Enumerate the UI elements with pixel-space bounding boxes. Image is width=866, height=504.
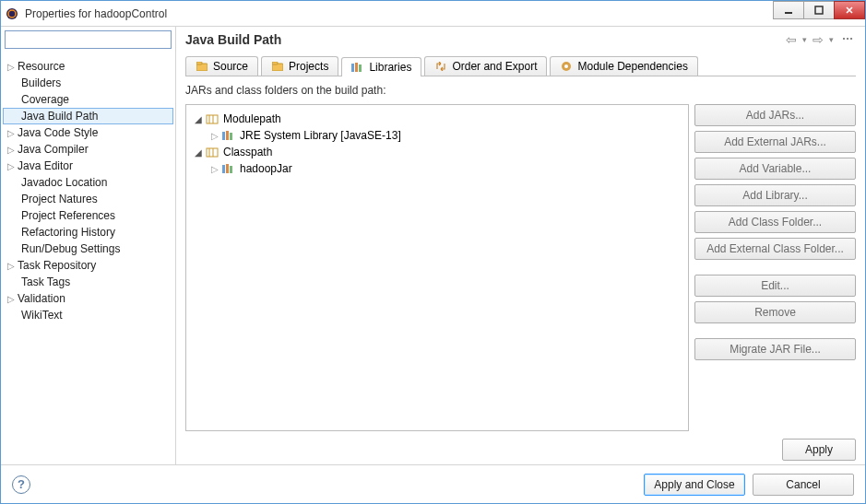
sidebar-item-label: Javadoc Location bbox=[21, 176, 107, 189]
add-jars-button[interactable]: Add JARs... bbox=[694, 104, 856, 126]
sidebar-item-task-tags[interactable]: Task Tags bbox=[3, 274, 173, 290]
sidebar-item-run-debug-settings[interactable]: Run/Debug Settings bbox=[3, 240, 173, 257]
add-class-folder-button[interactable]: Add Class Folder... bbox=[694, 211, 856, 233]
minimize-button[interactable] bbox=[773, 1, 804, 19]
tab-projects[interactable]: Projects bbox=[261, 56, 338, 76]
nav-back-icon[interactable]: ⇦ bbox=[784, 32, 799, 47]
sidebar-item-label: Resource bbox=[18, 60, 65, 73]
sidebar: ▷Resource Builders Coverage Java Build P… bbox=[1, 27, 176, 464]
add-external-class-folder-button[interactable]: Add External Class Folder... bbox=[694, 238, 856, 260]
sidebar-item-refactoring-history[interactable]: Refactoring History bbox=[3, 224, 173, 240]
sidebar-item-label: Task Tags bbox=[21, 275, 70, 288]
sidebar-item-label: Java Build Path bbox=[21, 110, 98, 123]
migrate-jar-button[interactable]: Migrate JAR File... bbox=[694, 338, 856, 360]
sidebar-item-label: Project References bbox=[21, 209, 115, 222]
svg-rect-14 bbox=[222, 132, 225, 140]
tree-node-jre[interactable]: ▷ JRE System Library [JavaSE-13] bbox=[190, 127, 684, 144]
content-pane: Java Build Path ⇦▾ ⇨▾ ⠇ Source Projects … bbox=[176, 27, 865, 464]
add-library-button[interactable]: Add Library... bbox=[694, 184, 856, 206]
help-icon[interactable]: ? bbox=[12, 475, 30, 494]
sidebar-item-javadoc-location[interactable]: Javadoc Location bbox=[3, 174, 173, 191]
sidebar-item-builders[interactable]: Builders bbox=[3, 75, 173, 91]
classpath-icon bbox=[205, 147, 219, 158]
libraries-tree[interactable]: ◢ Modulepath ▷ JRE System Library [JavaS… bbox=[185, 104, 689, 431]
tab-label: Order and Export bbox=[452, 60, 537, 73]
sidebar-item-java-editor[interactable]: ▷Java Editor bbox=[3, 158, 173, 174]
tree-label: JRE System Library [JavaSE-13] bbox=[240, 129, 401, 142]
add-variable-button[interactable]: Add Variable... bbox=[694, 158, 856, 180]
svg-rect-20 bbox=[230, 166, 232, 173]
filter-box bbox=[5, 30, 172, 49]
sidebar-item-project-natures[interactable]: Project Natures bbox=[3, 191, 173, 207]
sidebar-item-label: Validation bbox=[18, 292, 65, 305]
sidebar-item-java-build-path[interactable]: Java Build Path bbox=[3, 108, 173, 124]
sidebar-item-java-code-style[interactable]: ▷Java Code Style bbox=[3, 124, 173, 141]
svg-rect-19 bbox=[226, 164, 229, 173]
svg-rect-17 bbox=[207, 148, 218, 157]
sidebar-item-label: Builders bbox=[21, 76, 61, 89]
filter-input[interactable] bbox=[5, 30, 172, 49]
sidebar-item-label: Project Natures bbox=[21, 193, 98, 205]
libraries-icon bbox=[351, 61, 364, 74]
tab-order-export[interactable]: Order and Export bbox=[424, 56, 547, 76]
tree-label: Modulepath bbox=[223, 112, 281, 125]
dropdown-icon[interactable]: ▾ bbox=[801, 35, 809, 44]
dropdown-icon[interactable]: ▾ bbox=[827, 35, 836, 44]
modulepath-icon bbox=[205, 113, 219, 124]
sidebar-item-label: Run/Debug Settings bbox=[21, 242, 120, 255]
order-export-icon bbox=[434, 60, 447, 73]
window-title: Properties for hadoopControl bbox=[25, 7, 167, 20]
remove-button[interactable]: Remove bbox=[694, 301, 856, 323]
maximize-button[interactable] bbox=[803, 1, 835, 19]
tree-label: hadoopJar bbox=[240, 162, 292, 175]
module-deps-icon bbox=[560, 60, 573, 73]
svg-point-12 bbox=[564, 64, 568, 68]
tab-label: Source bbox=[213, 60, 248, 73]
tab-label: Projects bbox=[289, 60, 328, 73]
add-external-jars-button[interactable]: Add External JARs... bbox=[694, 131, 856, 153]
edit-button[interactable]: Edit... bbox=[694, 275, 856, 297]
sidebar-item-validation[interactable]: ▷Validation bbox=[3, 290, 173, 307]
sidebar-item-coverage[interactable]: Coverage bbox=[3, 91, 173, 108]
tab-row: Source Projects Libraries Order and Expo… bbox=[185, 54, 856, 76]
nav-forward-icon[interactable]: ⇨ bbox=[811, 32, 825, 47]
sidebar-item-label: Java Compiler bbox=[18, 143, 89, 156]
sidebar-item-project-references[interactable]: Project References bbox=[3, 207, 173, 224]
svg-rect-3 bbox=[815, 6, 823, 14]
svg-rect-2 bbox=[785, 12, 792, 14]
sidebar-item-resource[interactable]: ▷Resource bbox=[3, 58, 173, 75]
tree-node-hadoopjar[interactable]: ▷ hadoopJar bbox=[190, 160, 684, 177]
tree-node-modulepath[interactable]: ◢ Modulepath bbox=[190, 111, 684, 127]
cancel-button[interactable]: Cancel bbox=[753, 474, 854, 496]
source-icon bbox=[196, 60, 208, 73]
svg-rect-9 bbox=[355, 63, 358, 72]
library-icon bbox=[221, 130, 236, 141]
titlebar: Properties for hadoopControl bbox=[1, 1, 865, 27]
tab-source[interactable]: Source bbox=[185, 56, 258, 76]
tab-module-dependencies[interactable]: Module Dependencies bbox=[550, 56, 697, 76]
sidebar-item-label: Task Repository bbox=[18, 259, 96, 272]
svg-rect-7 bbox=[272, 62, 278, 64]
menu-icon[interactable]: ⠇ bbox=[837, 36, 856, 43]
nav-tree: ▷Resource Builders Coverage Java Build P… bbox=[1, 53, 175, 329]
apply-button[interactable]: Apply bbox=[782, 439, 856, 461]
button-column: Add JARs... Add External JARs... Add Var… bbox=[694, 104, 856, 431]
sidebar-item-wikitext[interactable]: WikiText bbox=[3, 307, 173, 323]
apply-and-close-button[interactable]: Apply and Close bbox=[644, 474, 745, 496]
sidebar-item-label: Java Editor bbox=[18, 159, 73, 172]
svg-rect-18 bbox=[222, 165, 225, 173]
eclipse-icon bbox=[5, 6, 19, 21]
sidebar-item-task-repository[interactable]: ▷Task Repository bbox=[3, 257, 173, 274]
svg-rect-16 bbox=[230, 133, 232, 140]
close-button[interactable] bbox=[834, 1, 865, 19]
tab-libraries[interactable]: Libraries bbox=[341, 57, 421, 76]
sidebar-item-java-compiler[interactable]: ▷Java Compiler bbox=[3, 141, 173, 158]
tree-node-classpath[interactable]: ◢ Classpath bbox=[190, 144, 684, 160]
tab-label: Libraries bbox=[369, 61, 411, 74]
bottom-bar: ? Apply and Close Cancel bbox=[1, 464, 865, 503]
svg-rect-5 bbox=[196, 62, 202, 64]
library-icon bbox=[221, 163, 236, 174]
sidebar-item-label: Refactoring History bbox=[21, 226, 115, 239]
svg-rect-10 bbox=[359, 64, 362, 72]
sidebar-item-label: WikiText bbox=[21, 309, 63, 322]
